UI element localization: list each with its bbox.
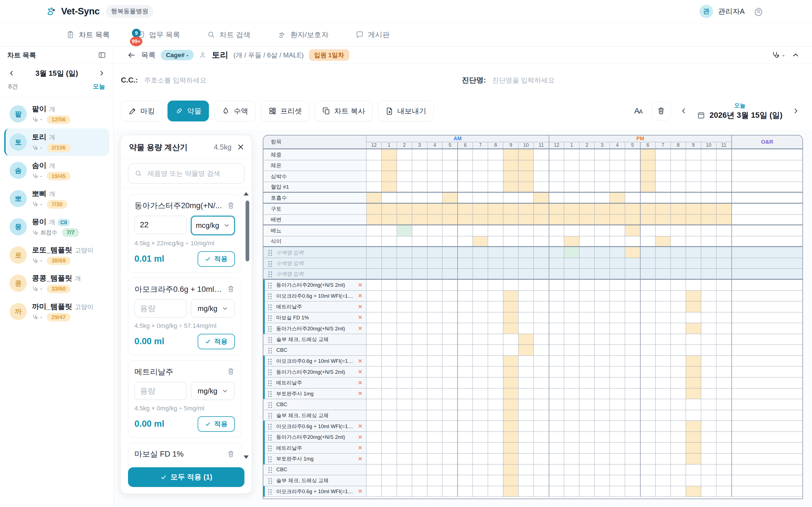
grid-cell[interactable] (458, 313, 473, 323)
oar-cell[interactable] (732, 149, 803, 160)
grid-cell[interactable] (442, 291, 458, 302)
grid-cell[interactable] (579, 378, 595, 388)
grid-cell[interactable] (640, 182, 656, 193)
grid-cell[interactable] (518, 269, 534, 280)
grid-cell[interactable] (656, 269, 671, 280)
grid-cell[interactable] (366, 421, 382, 432)
drag-handle-icon[interactable] (267, 401, 272, 408)
grid-cell[interactable] (427, 399, 443, 410)
remove-row-icon[interactable]: ✕ (358, 369, 363, 375)
grid-cell[interactable] (701, 193, 716, 204)
grid-cell[interactable] (549, 171, 564, 182)
grid-cell[interactable] (610, 225, 625, 236)
grid-cell[interactable] (382, 356, 397, 367)
grid-cell[interactable] (442, 236, 458, 247)
grid-cell[interactable] (716, 323, 732, 334)
grid-cell[interactable] (488, 432, 503, 443)
grid-cell[interactable] (503, 247, 518, 258)
grid-cell[interactable] (595, 204, 610, 215)
grid-cell[interactable] (442, 323, 458, 334)
grid-cell[interactable] (488, 280, 503, 291)
grid-cell[interactable] (640, 475, 656, 486)
grid-cell[interactable] (549, 280, 564, 291)
grid-cell[interactable] (640, 399, 656, 410)
grid-cell[interactable] (701, 323, 716, 334)
grid-cell[interactable] (686, 280, 701, 291)
grid-cell[interactable] (656, 356, 671, 367)
grid-cell[interactable] (549, 313, 564, 323)
grid-cell[interactable] (382, 160, 397, 171)
row-label-medication[interactable]: CBC (263, 345, 366, 356)
grid-cell[interactable] (671, 486, 686, 497)
grid-cell[interactable] (503, 475, 518, 486)
grid-cell[interactable] (671, 225, 686, 236)
grid-cell[interactable] (518, 291, 534, 302)
grid-cell[interactable] (382, 323, 397, 334)
grid-cell[interactable] (442, 160, 458, 171)
drag-handle-icon[interactable] (267, 347, 272, 353)
grid-cell[interactable] (458, 171, 473, 182)
grid-cell[interactable] (397, 367, 412, 378)
grid-cell[interactable] (366, 301, 382, 313)
oar-cell[interactable] (732, 367, 803, 378)
grid-cell[interactable] (701, 280, 716, 291)
oar-cell[interactable] (732, 432, 803, 443)
grid-cell[interactable] (427, 388, 443, 399)
grid-cell[interactable] (701, 247, 716, 258)
patient-list-item[interactable]: 뽀 뽀삐 개 - 7/30 (4, 185, 109, 212)
grid-cell[interactable] (488, 215, 503, 226)
grid-cell[interactable] (610, 421, 625, 432)
grid-cell[interactable] (579, 269, 595, 280)
grid-cell[interactable] (671, 432, 686, 443)
grid-cell[interactable] (610, 388, 625, 399)
grid-cell[interactable] (564, 367, 579, 378)
grid-cell[interactable] (549, 378, 564, 388)
grid-cell[interactable] (427, 475, 443, 486)
grid-cell[interactable] (656, 236, 671, 247)
grid-cell[interactable] (701, 475, 716, 486)
grid-cell[interactable] (412, 367, 427, 378)
grid-cell[interactable] (549, 182, 564, 193)
remove-row-icon[interactable]: ✕ (358, 445, 363, 451)
grid-cell[interactable] (686, 291, 701, 302)
grid-cell[interactable] (442, 388, 458, 399)
grid-cell[interactable] (716, 269, 732, 280)
grid-cell[interactable] (458, 421, 473, 432)
grid-cell[interactable] (473, 247, 488, 258)
grid-cell[interactable] (382, 453, 397, 464)
grid-cell[interactable] (579, 258, 595, 269)
patient-list-item[interactable]: 토 토리 개 - 2/106 (4, 128, 109, 156)
row-label-medication[interactable]: 메트리날주✕ (263, 378, 366, 388)
grid-cell[interactable] (579, 193, 595, 204)
grid-cell[interactable] (518, 345, 534, 356)
unit-select[interactable]: mg/kg (191, 299, 235, 318)
grid-cell[interactable] (366, 193, 382, 204)
grid-cell[interactable] (473, 486, 488, 497)
grid-cell[interactable] (671, 367, 686, 378)
grid-cell[interactable] (518, 334, 534, 345)
grid-cell[interactable] (503, 432, 518, 443)
grid-cell[interactable] (640, 280, 656, 291)
grid-cell[interactable] (640, 247, 656, 258)
grid-cell[interactable] (534, 464, 549, 475)
remove-row-icon[interactable]: ✕ (358, 434, 363, 441)
grid-cell[interactable] (534, 388, 549, 399)
grid-cell[interactable] (488, 443, 503, 453)
grid-cell[interactable] (397, 345, 412, 356)
grid-cell[interactable] (473, 443, 488, 453)
grid-cell[interactable] (397, 464, 412, 475)
sidebar-today-link[interactable]: 오늘 (93, 82, 105, 91)
grid-cell[interactable] (458, 388, 473, 399)
row-label-medication[interactable]: 술부 체크, 드레싱 교체 (263, 410, 366, 421)
grid-cell[interactable] (686, 356, 701, 367)
oar-cell[interactable] (732, 399, 803, 410)
grid-cell[interactable] (595, 215, 610, 226)
drag-handle-icon[interactable] (267, 325, 272, 332)
grid-cell[interactable] (488, 313, 503, 323)
grid-cell[interactable] (458, 334, 473, 345)
row-label-fluid[interactable]: 수액명 입력 (263, 269, 366, 280)
grid-cell[interactable] (534, 258, 549, 269)
grid-cell[interactable] (656, 345, 671, 356)
grid-cell[interactable] (640, 388, 656, 399)
grid-cell[interactable] (686, 171, 701, 182)
